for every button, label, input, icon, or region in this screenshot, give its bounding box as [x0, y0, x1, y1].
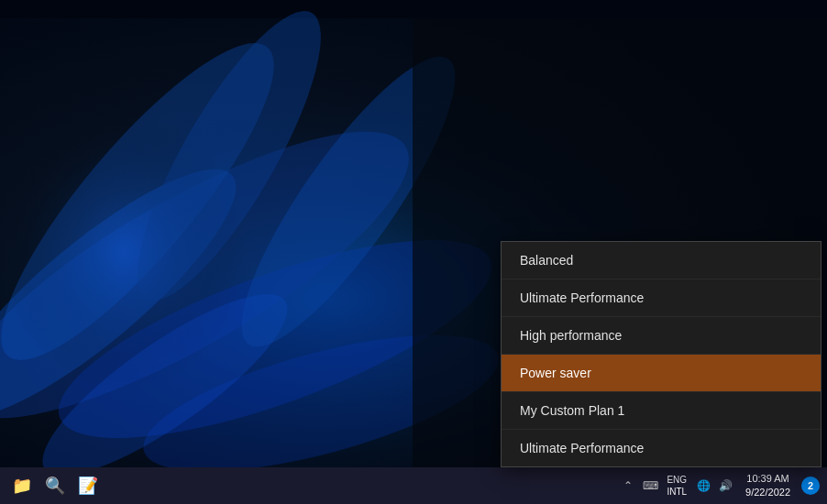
lang-line2: INTL	[667, 486, 687, 498]
notification-badge[interactable]: 2	[801, 477, 820, 495]
lang-line1: ENG	[667, 474, 687, 486]
menu-item-high-performance[interactable]: High performance	[502, 317, 821, 355]
svg-rect-10	[0, 18, 413, 486]
desktop: BalancedUltimate PerformanceHigh perform…	[0, 0, 827, 504]
menu-item-my-custom-plan[interactable]: My Custom Plan 1	[502, 392, 821, 430]
taskbar: 📁🔍📝 ⌃ ⌨ ENG INTL 🌐 🔊 10:39 AM 9/22/2022 …	[0, 467, 827, 504]
menu-item-balanced[interactable]: Balanced	[502, 242, 821, 279]
menu-item-power-saver[interactable]: Power saver	[502, 355, 821, 392]
speaker-icon[interactable]: 🔊	[716, 477, 734, 495]
language-indicator[interactable]: ENG INTL	[663, 474, 690, 498]
taskbar-right: ⌃ ⌨ ENG INTL 🌐 🔊 10:39 AM 9/22/2022 2	[619, 472, 820, 500]
network-icon[interactable]: 🌐	[694, 477, 712, 495]
chevron-up-icon[interactable]: ⌃	[619, 477, 637, 495]
taskbar-left: 📁🔍📝	[7, 471, 103, 500]
menu-item-ultimate-performance-2[interactable]: Ultimate Performance	[502, 430, 821, 466]
context-menu: BalancedUltimate PerformanceHigh perform…	[501, 241, 821, 467]
taskbar-icon-sticky-notes[interactable]: 📝	[73, 471, 103, 500]
taskbar-icon-explorer[interactable]: 📁	[7, 471, 37, 500]
taskbar-icon-search[interactable]: 🔍	[40, 471, 70, 500]
system-tray: ⌃ ⌨ ENG INTL 🌐 🔊	[619, 474, 734, 498]
clock[interactable]: 10:39 AM 9/22/2022	[740, 472, 796, 500]
touch-keyboard-icon[interactable]: ⌨	[641, 477, 659, 495]
clock-date: 9/22/2022	[745, 486, 790, 499]
clock-time: 10:39 AM	[746, 472, 788, 486]
menu-item-ultimate-performance[interactable]: Ultimate Performance	[502, 279, 821, 317]
